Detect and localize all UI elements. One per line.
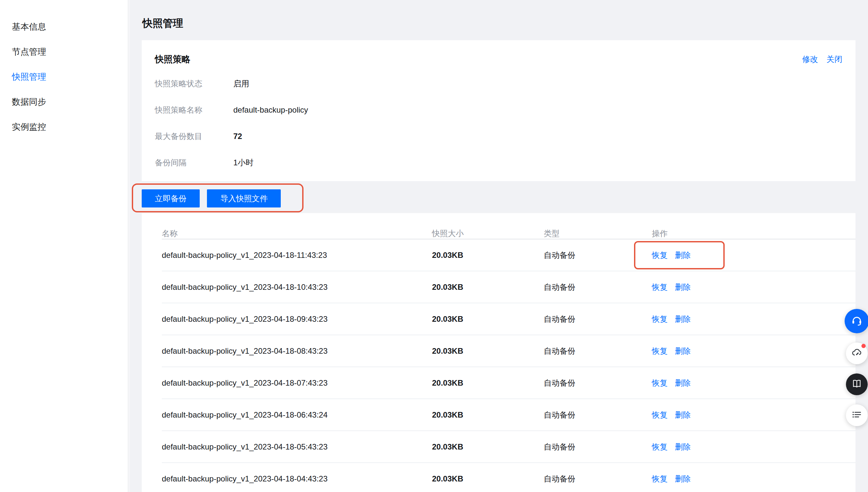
delete-link[interactable]: 删除 [675,410,691,419]
snapshot-policy-card: 快照策略 修改 关闭 快照策略状态 启用 快照策略名称 default-back… [142,40,855,181]
field-label: 备份间隔 [155,157,233,168]
float-toolbar [843,309,868,426]
survey-button[interactable] [846,343,868,364]
backup-now-button[interactable]: 立即备份 [142,189,200,207]
snapshot-type: 自动备份 [544,410,652,420]
sidebar-menu: 基本信息节点管理快照管理数据同步实例监控 [0,14,128,139]
main-content: 快照管理 快照策略 修改 关闭 快照策略状态 启用 快照策略名称 default… [129,0,868,492]
field-value: 启用 [233,78,249,89]
snapshot-table-card: 名称 快照大小 类型 操作 default-backup-policy_v1_2… [142,213,855,492]
sidebar: 基本信息节点管理快照管理数据同步实例监控 [0,0,128,492]
toolbar: 立即备份 导入快照文件 [142,189,855,207]
field-label: 快照策略名称 [155,105,233,115]
sidebar-item-1[interactable]: 节点管理 [0,39,128,64]
snapshot-size: 20.03KB [432,251,544,260]
snapshot-type: 自动备份 [544,473,652,484]
import-snapshot-button[interactable]: 导入快照文件 [207,189,281,207]
outline-button[interactable] [846,404,868,426]
snapshot-size: 20.03KB [432,442,544,451]
snapshot-type: 自动备份 [544,250,652,261]
policy-field-name: 快照策略名称 default-backup-policy [155,97,842,123]
row-operations: 恢复删除 [652,378,855,388]
row-operations: 恢复删除 [652,410,855,420]
snapshot-name: default-backup-policy_v1_2023-04-18-10:4… [162,282,432,292]
page-header: 快照管理 [129,0,868,40]
policy-field-max-backups: 最大备份数目 72 [155,123,842,149]
row-operations: 恢复删除 [652,250,855,261]
table-row: default-backup-policy_v1_2023-04-18-10:4… [162,271,855,303]
restore-link[interactable]: 恢复 [652,378,667,387]
policy-card-title: 快照策略 [155,53,802,65]
restore-link[interactable]: 恢复 [652,282,667,291]
col-header-name: 名称 [162,228,432,239]
snapshot-name: default-backup-policy_v1_2023-04-18-09:4… [162,315,432,324]
field-value: 72 [233,132,242,141]
sidebar-item-3[interactable]: 数据同步 [0,89,128,114]
field-label: 最大备份数目 [155,131,233,142]
snapshot-type: 自动备份 [544,282,652,292]
snapshot-name: default-backup-policy_v1_2023-04-18-06:4… [162,410,432,420]
table-row: default-backup-policy_v1_2023-04-18-04:4… [162,463,855,492]
row-operations: 恢复删除 [652,442,855,452]
docs-button[interactable] [846,373,868,395]
delete-link[interactable]: 删除 [675,346,691,355]
col-header-size: 快照大小 [432,228,544,239]
snapshot-name: default-backup-policy_v1_2023-04-18-11:4… [162,251,432,260]
table-header-row: 名称 快照大小 类型 操作 [162,213,855,240]
sidebar-item-2[interactable]: 快照管理 [0,64,128,89]
row-operations: 恢复删除 [652,314,855,324]
policy-field-interval: 备份间隔 1小时 [155,149,842,176]
page-title: 快照管理 [142,18,183,29]
notification-badge [862,344,866,348]
table-row: default-backup-policy_v1_2023-04-18-07:4… [162,367,855,399]
col-header-type: 类型 [544,228,652,239]
row-operations: 恢复删除 [652,282,855,292]
snapshot-size: 20.03KB [432,282,544,292]
restore-link[interactable]: 恢复 [652,442,667,451]
restore-link[interactable]: 恢复 [652,251,667,260]
restore-link[interactable]: 恢复 [652,474,667,483]
field-value: default-backup-policy [233,105,308,115]
snapshot-type: 自动备份 [544,442,652,452]
customer-service-button[interactable] [845,309,868,333]
snapshot-table-body: default-backup-policy_v1_2023-04-18-11:4… [162,240,855,492]
snapshot-type: 自动备份 [544,314,652,324]
delete-link[interactable]: 删除 [675,282,691,291]
policy-field-status: 快照策略状态 启用 [155,71,842,97]
snapshot-size: 20.03KB [432,315,544,324]
snapshot-type: 自动备份 [544,378,652,388]
row-operations: 恢复删除 [652,473,855,484]
delete-link[interactable]: 删除 [675,315,691,323]
snapshot-name: default-backup-policy_v1_2023-04-18-05:4… [162,442,432,451]
snapshot-type: 自动备份 [544,346,652,356]
restore-link[interactable]: 恢复 [652,346,667,355]
outline-icon [851,409,862,421]
restore-link[interactable]: 恢复 [652,315,667,323]
row-operations: 恢复删除 [652,346,855,356]
field-value: 1小时 [233,157,253,168]
table-row: default-backup-policy_v1_2023-04-18-06:4… [162,399,855,431]
field-label: 快照策略状态 [155,78,233,89]
sidebar-item-4[interactable]: 实例监控 [0,114,128,139]
sidebar-item-0[interactable]: 基本信息 [0,14,128,39]
snapshot-name: default-backup-policy_v1_2023-04-18-07:4… [162,378,432,388]
docs-icon [851,378,862,391]
snapshot-size: 20.03KB [432,410,544,420]
snapshot-size: 20.03KB [432,378,544,388]
delete-link[interactable]: 删除 [675,442,691,451]
delete-link[interactable]: 删除 [675,251,691,260]
table-row: default-backup-policy_v1_2023-04-18-05:4… [162,431,855,463]
restore-link[interactable]: 恢复 [652,410,667,419]
snapshot-size: 20.03KB [432,346,544,356]
col-header-operation: 操作 [652,228,855,239]
survey-icon [851,347,862,360]
table-row: default-backup-policy_v1_2023-04-18-11:4… [162,240,855,271]
table-row: default-backup-policy_v1_2023-04-18-09:4… [162,303,855,335]
modify-link[interactable]: 修改 [802,54,818,65]
delete-link[interactable]: 删除 [675,474,691,483]
delete-link[interactable]: 删除 [675,378,691,387]
close-link[interactable]: 关闭 [826,54,842,65]
snapshot-size: 20.03KB [432,474,544,484]
table-row: default-backup-policy_v1_2023-04-18-08:4… [162,335,855,367]
snapshot-name: default-backup-policy_v1_2023-04-18-08:4… [162,346,432,356]
